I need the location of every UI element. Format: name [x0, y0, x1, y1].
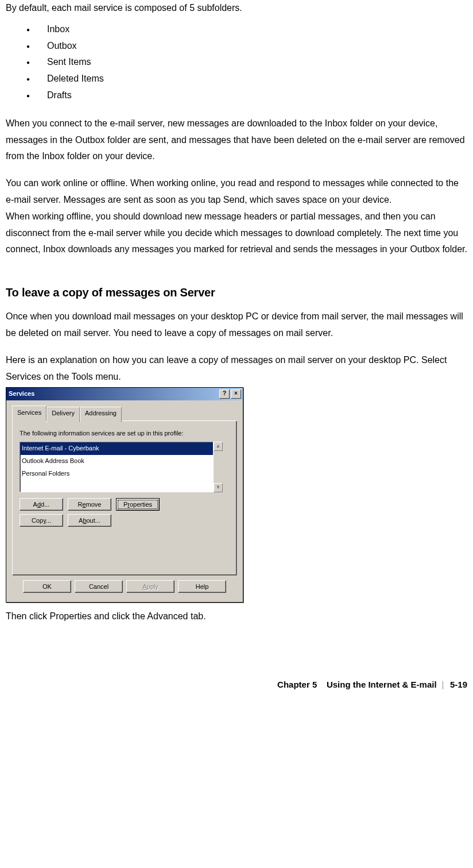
page-footer: Chapter 5 Using the Internet & E-mail 5-… [6, 677, 467, 692]
tab-panel: The following information services are s… [12, 421, 237, 576]
remove-button[interactable]: Remove [68, 498, 111, 511]
list-item[interactable]: Internet E-mail - Cyberbank [20, 442, 213, 455]
services-listbox[interactable]: Internet E-mail - Cyberbank Outlook Addr… [20, 442, 214, 492]
list-item: Drafts [6, 87, 467, 104]
help-button[interactable]: Help [178, 580, 226, 593]
footer-chapter: Chapter 5 [277, 680, 317, 689]
services-dialog: Services ? × Services Delivery Addressin… [6, 387, 243, 603]
footer-separator [443, 681, 444, 689]
body-text: When you connect to the e-mail server, n… [6, 115, 467, 165]
list-item[interactable]: Personal Folders [20, 468, 213, 480]
scroll-down-icon[interactable]: ▼ [214, 483, 223, 492]
footer-page: 5-19 [450, 680, 467, 689]
dialog-title: Services [9, 388, 218, 400]
copy-button[interactable]: Copy... [20, 514, 63, 527]
list-item: Inbox [6, 21, 467, 38]
scrollbar[interactable]: ▲ ▼ [214, 442, 223, 492]
help-button[interactable]: ? [219, 389, 230, 399]
dialog-titlebar: Services ? × [6, 388, 243, 400]
close-button[interactable]: × [231, 389, 241, 399]
intro-text: By default, each mail service is compose… [6, 0, 467, 17]
list-item: Sent Items [6, 54, 467, 71]
footer-title: Using the Internet & E-mail [327, 680, 437, 689]
section-heading: To leave a copy of messages on Server [6, 282, 467, 303]
body-text: Here is an explanation on how you can le… [6, 352, 467, 385]
properties-button[interactable]: Properties [116, 498, 160, 511]
body-text: You can work online or offline. When wor… [6, 175, 467, 209]
tab-strip: Services Delivery Addressing [12, 405, 237, 421]
tab-services[interactable]: Services [12, 406, 46, 421]
ok-button[interactable]: OK [23, 580, 71, 593]
about-button[interactable]: About... [68, 514, 111, 527]
apply-button: Apply [126, 580, 175, 593]
scroll-up-icon[interactable]: ▲ [214, 442, 223, 451]
body-text: Once when you download mail messages on … [6, 308, 467, 342]
list-item[interactable]: Outlook Address Book [20, 455, 213, 468]
body-text: Then click Properties and click the Adva… [6, 608, 467, 625]
body-text: When working offline, you should downloa… [6, 209, 467, 258]
add-button[interactable]: Add... [20, 498, 63, 511]
list-item: Deleted Items [6, 71, 467, 87]
list-item: Outbox [6, 38, 467, 55]
panel-caption: The following information services are s… [20, 428, 230, 439]
tab-delivery[interactable]: Delivery [46, 407, 80, 422]
folder-list: Inbox Outbox Sent Items Deleted Items Dr… [6, 21, 467, 104]
cancel-button[interactable]: Cancel [75, 580, 123, 593]
tab-addressing[interactable]: Addressing [80, 407, 122, 422]
